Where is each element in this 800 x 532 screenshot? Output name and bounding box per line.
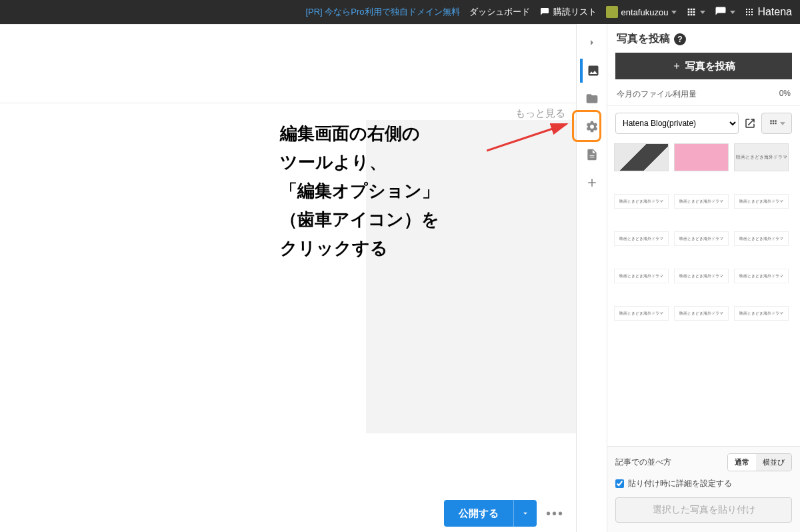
open-external-icon[interactable] bbox=[744, 117, 756, 129]
reading-list-label: 購読リスト bbox=[553, 6, 597, 18]
top-bar: [PR] 今ならPro利用で独自ドメイン無料 ダッシュボード 購読リスト ent… bbox=[0, 0, 800, 24]
grid-icon bbox=[769, 119, 778, 128]
thumbnail[interactable]: 映画ときどき海外ドラマ bbox=[614, 306, 669, 321]
detail-checkbox-row[interactable]: 貼り付け時に詳細を設定する bbox=[615, 478, 792, 489]
more-menu[interactable]: ••• bbox=[546, 506, 564, 521]
brand-label: Hatena bbox=[757, 6, 792, 18]
avatar-icon bbox=[606, 6, 618, 18]
thumbnail[interactable]: 映画ときどき海外ドラマ bbox=[674, 194, 729, 209]
show-more[interactable]: もっと見る bbox=[0, 103, 576, 120]
layout-side[interactable]: 横並び bbox=[756, 454, 791, 471]
draft-tool[interactable] bbox=[580, 143, 604, 167]
detail-checkbox[interactable] bbox=[615, 479, 624, 488]
thumbnail[interactable] bbox=[674, 143, 729, 171]
inbox-icon bbox=[539, 7, 550, 17]
thumbnail[interactable]: 映画ときどき海外ドラマ bbox=[614, 269, 669, 283]
category-tool[interactable] bbox=[580, 87, 604, 111]
layout-label: 記事での並べ方 bbox=[615, 457, 671, 468]
plus-icon bbox=[672, 61, 681, 71]
view-mode-button[interactable] bbox=[761, 113, 792, 134]
publish-dropdown[interactable] bbox=[514, 509, 537, 518]
thumbnail[interactable]: 映画ときどき海外ドラマ bbox=[734, 306, 789, 321]
thumbnail[interactable]: 映画ときどき海外ドラマ bbox=[614, 231, 669, 246]
publish-label: 公開する bbox=[444, 507, 513, 520]
thumbnail[interactable]: 映画ときどき海外ドラマ bbox=[674, 269, 729, 283]
chevron-down-icon bbox=[521, 509, 530, 518]
editor-area: もっと見る 公開する ••• bbox=[0, 24, 576, 532]
photo-tool[interactable] bbox=[580, 59, 604, 83]
layout-normal[interactable]: 通常 bbox=[728, 454, 756, 471]
usage-row: 今月のファイル利用量 0% bbox=[607, 86, 800, 106]
thumbnail[interactable]: 映画ときどき海外ドラマ bbox=[734, 231, 789, 246]
layout-toggle: 通常 横並び bbox=[727, 453, 792, 471]
help-icon[interactable]: ? bbox=[674, 33, 686, 45]
panel-footer: 記事での並べ方 通常 横並び 貼り付け時に詳細を設定する 選択した写真を貼り付け bbox=[607, 446, 800, 532]
plus-icon bbox=[585, 176, 599, 189]
photo-panel: 写真を投稿 ? 写真を投稿 今月のファイル利用量 0% Hatena Blog(… bbox=[607, 24, 800, 532]
chevron-right-icon bbox=[587, 37, 597, 48]
hatena-logo[interactable]: Hatena bbox=[745, 6, 792, 18]
grid-icon bbox=[686, 7, 697, 17]
tool-column bbox=[576, 24, 607, 532]
blog-select[interactable]: Hatena Blog(private) bbox=[615, 113, 739, 134]
notifications-menu[interactable] bbox=[715, 6, 735, 18]
username-label: entafukuzou bbox=[621, 7, 669, 17]
annotation-text: 編集画面の右側の ツールより、 「編集オプション」 （歯車アイコン）を クリック… bbox=[280, 120, 439, 263]
folder-icon bbox=[585, 92, 599, 105]
photo-icon bbox=[587, 64, 600, 77]
reading-list-link[interactable]: 購読リスト bbox=[539, 6, 597, 18]
hatena-dots-icon bbox=[745, 7, 754, 17]
usage-value: 0% bbox=[779, 89, 791, 100]
workspace: もっと見る 公開する ••• bbox=[0, 24, 800, 532]
thumbnail[interactable]: 映画ときどき海外ドラマ bbox=[734, 143, 789, 171]
panel-header: 写真を投稿 ? bbox=[607, 24, 800, 53]
usage-label: 今月のファイル利用量 bbox=[617, 89, 697, 100]
thumbnail[interactable] bbox=[614, 143, 669, 171]
thumbnail[interactable]: 映画ときどき海外ドラマ bbox=[674, 231, 729, 246]
caret-down-icon bbox=[700, 11, 705, 14]
edit-options-tool[interactable] bbox=[580, 115, 604, 139]
caret-down-icon bbox=[671, 11, 677, 14]
user-menu[interactable]: entafukuzou bbox=[606, 6, 677, 18]
layout-row: 記事での並べ方 通常 横並び bbox=[615, 453, 792, 471]
dashboard-link[interactable]: ダッシュボード bbox=[469, 6, 530, 18]
upload-label: 写真を投稿 bbox=[685, 60, 735, 73]
add-tool[interactable] bbox=[580, 171, 604, 195]
pr-link[interactable]: [PR] 今ならPro利用で独自ドメイン無料 bbox=[305, 6, 459, 18]
upload-photo-button[interactable]: 写真を投稿 bbox=[615, 53, 792, 79]
gear-icon bbox=[585, 120, 599, 133]
thumbnail-grid: 映画ときどき海外ドラマ 映画ときどき海外ドラマ 映画ときどき海外ドラマ 映画とき… bbox=[607, 141, 800, 446]
thumbnail[interactable]: 映画ときどき海外ドラマ bbox=[734, 194, 789, 209]
paste-photo-button[interactable]: 選択した写真を貼り付け bbox=[615, 497, 792, 523]
document-icon bbox=[585, 148, 599, 161]
bottom-bar: 公開する ••• bbox=[0, 500, 576, 527]
panel-title: 写真を投稿 bbox=[617, 32, 670, 46]
caret-down-icon bbox=[730, 11, 735, 14]
chat-icon bbox=[715, 6, 727, 18]
thumbnail[interactable]: 映画ときどき海外ドラマ bbox=[734, 269, 789, 283]
thumbnail[interactable]: 映画ときどき海外ドラマ bbox=[674, 306, 729, 321]
thumbnail[interactable]: 映画ときどき海外ドラマ bbox=[614, 194, 669, 209]
collapse-button[interactable] bbox=[580, 31, 604, 55]
apps-menu[interactable] bbox=[686, 7, 705, 17]
blog-select-row: Hatena Blog(private) bbox=[607, 106, 800, 141]
detail-checkbox-label: 貼り付け時に詳細を設定する bbox=[628, 478, 732, 489]
publish-button[interactable]: 公開する bbox=[444, 500, 537, 527]
title-input-area[interactable] bbox=[0, 63, 576, 103]
caret-down-icon bbox=[780, 122, 785, 125]
